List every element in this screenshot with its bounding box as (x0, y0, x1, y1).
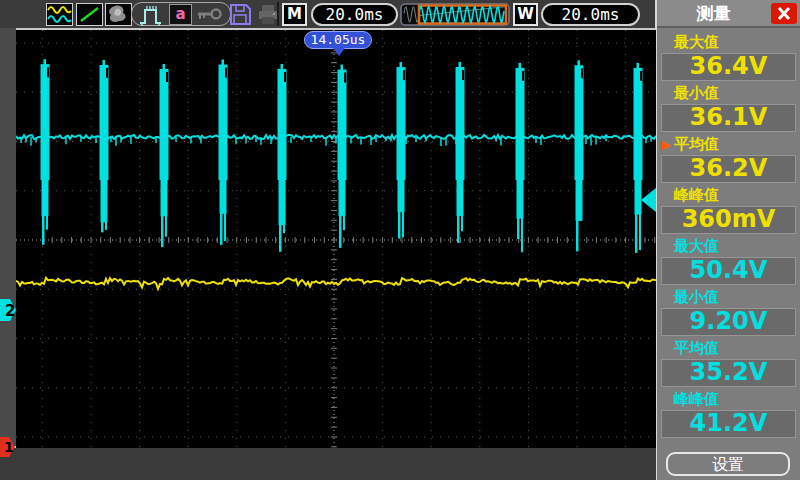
measurement-value: 360mV (661, 206, 796, 234)
channel-waves-icon[interactable] (46, 3, 73, 26)
selected-arrow-icon: ▶ (661, 135, 674, 155)
auto-text-icon[interactable]: a (169, 4, 192, 25)
measurement-value: 36.2V (661, 155, 796, 183)
graticule-display (16, 30, 656, 448)
ch1-position-marker[interactable]: 1 (0, 437, 16, 462)
measurement-name: 平均值 (674, 339, 719, 357)
panel-title: 测量 (657, 2, 770, 25)
measurement-name: 峰峰值 (674, 390, 719, 408)
pulse-icon[interactable] (139, 2, 165, 31)
measurement-label: 最大值 (661, 236, 800, 256)
oscilloscope-screen: a M 20.0ms (0, 0, 800, 480)
measurement-label: 最小值 (661, 83, 800, 103)
measurement-label: 峰峰值 (661, 389, 800, 409)
measurement-name: 平均值 (674, 135, 719, 153)
measurement-name: 最小值 (674, 288, 719, 306)
arrow-placeholder (661, 186, 674, 206)
arrow-placeholder (661, 33, 674, 53)
waveform-preview[interactable] (400, 3, 510, 26)
measurement-name: 最小值 (674, 84, 719, 102)
close-icon[interactable] (771, 3, 797, 24)
measurement-value: 50.4V (661, 257, 796, 285)
settings-button[interactable]: 设置 (666, 452, 790, 476)
window-timebase-value[interactable]: 20.0ms (541, 3, 640, 26)
left-margin-strip (0, 28, 16, 448)
status-bar: DC 20 1.00V DC 20 10.0V CH2 (0, 448, 656, 480)
measurement-value: 36.4V (661, 53, 796, 81)
arrow-placeholder (661, 288, 674, 308)
measurement-panel: 测量 最大值36.4V 最小值36.1V▶平均值36.2V 峰峰值360mV 最… (657, 0, 800, 480)
measurement-value: 35.2V (661, 359, 796, 387)
measurement-value: 36.1V (661, 104, 796, 132)
trigger-position-balloon[interactable]: 14.05us (304, 31, 372, 49)
window-timebase-label: W (513, 3, 538, 26)
measurement-name: 峰峰值 (674, 186, 719, 204)
save-floppy-icon[interactable] (228, 3, 252, 30)
measurement-label: 峰峰值 (661, 185, 800, 205)
ch2-position-marker[interactable]: 2 (0, 299, 17, 326)
svg-text:2: 2 (5, 302, 15, 320)
toolbar-divider (277, 2, 279, 26)
arrow-placeholder (661, 84, 674, 104)
measurement-name: 最大值 (674, 33, 719, 51)
main-timebase-label: M (282, 3, 307, 26)
line-tool-icon[interactable] (76, 3, 103, 26)
measurement-value: 41.2V (661, 410, 796, 438)
main-timebase-value[interactable]: 20.0ms (311, 3, 398, 26)
measurement-name: 最大值 (674, 237, 719, 255)
measurement-label: ▶平均值 (661, 134, 800, 154)
arrow-placeholder (661, 237, 674, 257)
svg-text:1: 1 (4, 439, 14, 455)
measurement-label: 最大值 (661, 32, 800, 52)
blob-icon[interactable] (105, 3, 132, 26)
measurement-label: 平均值 (661, 338, 800, 358)
measurement-value: 9.20V (661, 308, 796, 336)
measurement-list: 最大值36.4V 最小值36.1V▶平均值36.2V 峰峰值360mV 最大值5… (657, 30, 800, 438)
panel-header: 测量 (657, 0, 800, 28)
trigger-level-marker[interactable] (641, 188, 656, 216)
top-toolbar: a M 20.0ms (0, 0, 656, 28)
key-lock-icon[interactable] (196, 6, 222, 26)
arrow-placeholder (661, 390, 674, 410)
measurement-label: 最小值 (661, 287, 800, 307)
arrow-placeholder (661, 339, 674, 359)
